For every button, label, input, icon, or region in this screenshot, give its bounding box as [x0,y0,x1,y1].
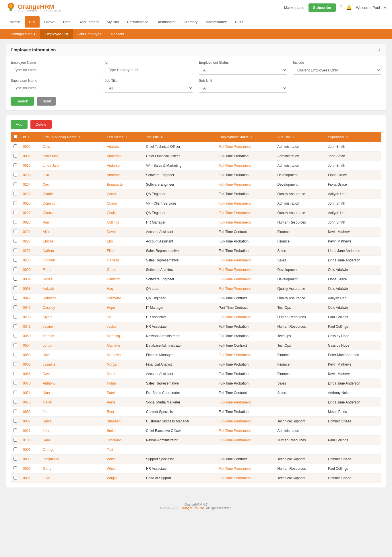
row-id-link[interactable]: 0001 [23,448,31,452]
row-first-name-link[interactable]: Peter Mac [43,154,59,158]
row-id-link[interactable]: 0034 [23,277,31,281]
row-checkbox[interactable] [13,154,17,158]
nav-dashboard[interactable]: Dashboard [152,16,179,28]
row-id-link[interactable]: 0011 [23,429,31,433]
row-last-name-link[interactable]: Duval [107,230,116,234]
select-all-checkbox[interactable] [13,135,17,139]
row-id-link[interactable]: 0212 [23,192,31,196]
nav-performance[interactable]: Performance [123,16,152,28]
row-first-name-link[interactable]: Ehioze [43,239,53,243]
row-id-link[interactable]: 0020 [23,201,31,205]
row-last-name-link[interactable]: Root [107,410,114,414]
row-id-link[interactable]: 0103 [23,438,31,442]
row-id-link[interactable]: 0204 [23,183,31,187]
row-first-name-link[interactable]: Jacqueline [43,457,59,461]
row-checkbox[interactable] [13,362,17,366]
row-first-name-link[interactable]: Maggie [43,334,54,338]
row-id-link[interactable]: 0208 [23,173,31,177]
row-first-name-link[interactable]: Rebecca [43,296,56,300]
row-last-name-link[interactable]: Ganesh [107,258,119,262]
row-first-name-link[interactable]: Melan [43,400,52,404]
col-job-title[interactable]: Job Title ⇅ [143,132,216,142]
nav-buzz[interactable]: Buzz [231,16,247,28]
row-id-link[interactable]: 0091 [23,476,31,480]
row-last-name-link[interactable]: Hu [107,315,111,319]
row-checkbox[interactable] [13,466,17,470]
row-first-name-link[interactable]: Russel [43,277,53,281]
row-last-name-link[interactable]: Hamilton [107,277,120,281]
row-id-link[interactable]: 0099 [23,467,31,471]
row-checkbox[interactable] [13,163,17,167]
row-first-name-link[interactable]: Paul [43,220,50,224]
row-id-link[interactable]: 0002 [23,145,31,149]
row-first-name-link[interactable]: Jadine [43,325,53,329]
row-id-link[interactable]: 0029 [23,268,31,272]
row-id-link[interactable]: 0058 [23,353,31,357]
row-first-name-link[interactable]: Kevin [43,353,51,357]
row-id-link[interactable]: 0070 [23,381,31,385]
row-id-link[interactable]: 0016 [23,164,31,168]
row-checkbox[interactable] [13,286,17,290]
row-last-name-link[interactable]: Chase [107,201,117,205]
reset-button[interactable]: Reset [37,97,56,106]
row-id-link[interactable]: 0020 [23,220,31,224]
row-checkbox[interactable] [13,182,17,186]
row-last-name-link[interactable]: Adalwin [107,145,119,149]
col-id[interactable]: Id ⇅ [20,132,40,142]
row-last-name-link[interactable]: Morgan [107,362,119,366]
row-id-link[interactable]: 0038 [23,287,31,291]
row-checkbox[interactable] [13,239,17,243]
row-checkbox[interactable] [13,220,17,224]
row-id-link[interactable]: 0046 [23,306,31,310]
subnav-add-employee[interactable]: Add Employee [73,29,106,39]
row-last-name-link[interactable]: Bonaparte [107,183,123,187]
row-last-name-link[interactable]: White [107,467,116,471]
row-first-name-link[interactable]: Cassidy [43,306,55,310]
row-first-name-link[interactable]: Sania [43,419,52,423]
job-title-select[interactable]: All [105,84,193,93]
row-first-name-link[interactable]: Anthony [43,381,55,385]
help-icon[interactable]: ? [340,5,342,10]
row-checkbox[interactable] [13,457,17,461]
marketplace-link[interactable]: Marketplace [284,5,304,10]
row-checkbox[interactable] [13,258,17,262]
row-checkbox[interactable] [13,230,17,233]
row-first-name-link[interactable]: Jasmine [43,362,56,366]
row-last-name-link[interactable]: Morris [107,372,116,376]
row-first-name-link[interactable]: Sara [43,438,50,442]
subnav-configuration[interactable]: Configuration ▾ [6,29,40,39]
col-supervisor[interactable]: Supervisor ⇅ [325,132,381,142]
row-first-name-link[interactable]: Joe [43,410,48,414]
col-emp-status[interactable]: Employment Status ⇅ [216,132,274,142]
row-first-name-link[interactable]: Alice [43,230,50,234]
nav-directory[interactable]: Directory [179,16,202,28]
nav-admin[interactable]: Admin [6,16,24,28]
row-first-name-link[interactable]: Linda Jane [43,164,60,168]
row-id-link[interactable]: 0083 [23,410,31,414]
row-id-link[interactable]: 0050 [23,334,31,338]
row-id-link[interactable]: 0235 [23,258,31,262]
row-first-name-link[interactable]: Chenzira [43,211,57,215]
row-last-name-link[interactable]: Patel [107,391,115,395]
col-last-name[interactable]: Last Name ⇅ [104,132,143,142]
row-first-name-link[interactable]: Garry [43,467,51,471]
row-first-name-link[interactable]: Nathan [43,249,54,253]
nav-time[interactable]: Time [58,16,74,28]
notification-icon[interactable]: 🔔 [346,5,352,10]
row-first-name-link[interactable]: Aaliyah [43,287,54,291]
row-first-name-link[interactable]: Luke [43,476,50,480]
row-checkbox[interactable] [13,447,17,451]
collapse-icon[interactable]: ▲ [377,48,381,52]
row-first-name-link[interactable]: Dominic [43,201,55,205]
delete-button[interactable]: Delete [30,120,52,129]
row-checkbox[interactable] [13,305,17,309]
row-first-name-link[interactable]: John [43,429,50,433]
nav-leave[interactable]: Leave [40,16,58,28]
row-checkbox[interactable] [13,343,17,347]
col-first-name[interactable]: First (& Middle) Name ⇅ [40,132,104,142]
row-last-name-link[interactable]: Manning [107,334,120,338]
row-first-name-link[interactable]: Orange [43,448,54,452]
row-first-name-link[interactable]: Charlie [43,192,54,196]
row-id-link[interactable]: 0239 [23,315,31,319]
row-id-link[interactable]: 0095 [23,457,31,461]
